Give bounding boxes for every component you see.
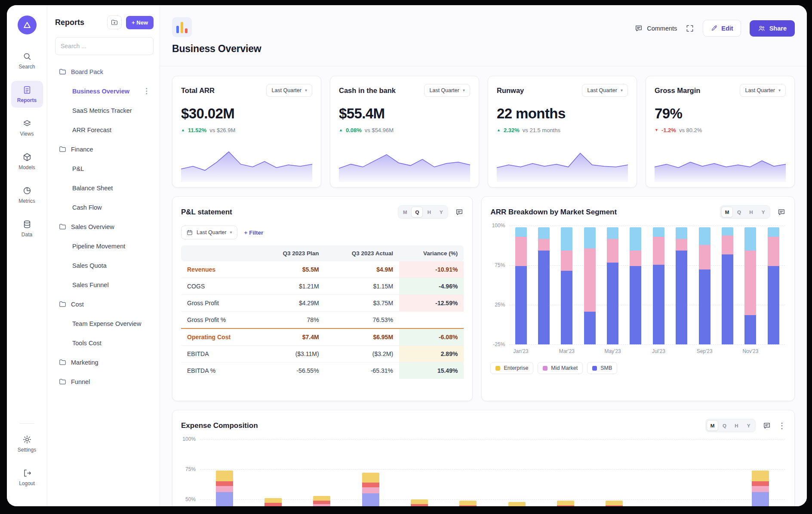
bar-segment-enterprise bbox=[630, 227, 641, 251]
stacked-bar-sep-23[interactable] bbox=[606, 501, 623, 506]
bar-segment-enterprise bbox=[538, 227, 550, 239]
sidebar-item-sales-funnel[interactable]: Sales Funnel bbox=[55, 275, 154, 294]
bar-segment-smb bbox=[538, 251, 550, 344]
expand-button[interactable] bbox=[686, 24, 694, 33]
stacked-bar-aug-23[interactable] bbox=[557, 501, 574, 506]
stacked-bar-jan-23[interactable] bbox=[216, 471, 233, 506]
card-comment-button[interactable] bbox=[763, 421, 771, 430]
granularity-h-button[interactable]: H bbox=[745, 207, 757, 217]
stacked-bar-jul-23[interactable] bbox=[653, 227, 664, 344]
stacked-bar-jun-23[interactable] bbox=[630, 227, 641, 344]
filter-button[interactable]: + Filter bbox=[244, 229, 264, 236]
stacked-bar-jul-23[interactable] bbox=[508, 502, 526, 506]
stacked-bar-mar-23[interactable] bbox=[313, 496, 330, 506]
bar-segment-series-1 bbox=[216, 492, 233, 506]
nav-settings[interactable]: Settings bbox=[11, 430, 43, 457]
app-logo[interactable] bbox=[18, 15, 37, 34]
card-comment-button[interactable] bbox=[777, 208, 786, 217]
legend-mid-market[interactable]: Mid Market bbox=[538, 362, 583, 374]
stacked-bar-feb-23[interactable] bbox=[538, 227, 550, 344]
pnl-period-dropdown[interactable]: Last Quarter ▾ bbox=[181, 226, 237, 239]
kpi-period-dropdown[interactable]: Last Quarter▾ bbox=[424, 84, 470, 97]
add-folder-button[interactable] bbox=[107, 15, 122, 29]
granularity-y-button[interactable]: Y bbox=[757, 207, 769, 217]
granularity-m-button[interactable]: M bbox=[721, 207, 733, 217]
sidebar-item-saas-metrics-tracker[interactable]: SaaS Metrics Tracker bbox=[55, 101, 154, 120]
granularity-q-button[interactable]: Q bbox=[411, 207, 423, 217]
stacked-bar-dec-23[interactable] bbox=[752, 471, 769, 506]
pnl-column-header bbox=[181, 245, 258, 261]
x-axis-label bbox=[762, 348, 785, 354]
nav-logout[interactable]: Logout bbox=[11, 464, 43, 491]
more-vertical-icon[interactable]: ⋮ bbox=[143, 87, 150, 95]
sidebar-item-business-overview[interactable]: Business Overview⋮ bbox=[55, 81, 154, 101]
comment-icon bbox=[634, 24, 643, 33]
granularity-h-button[interactable]: H bbox=[731, 420, 742, 431]
sidebar-item-balance-sheet[interactable]: Balance Sheet bbox=[55, 178, 154, 198]
granularity-q-button[interactable]: Q bbox=[733, 207, 745, 217]
stacked-bar-mar-23[interactable] bbox=[561, 227, 572, 344]
sidebar-item-cash-flow[interactable]: Cash Flow bbox=[55, 198, 154, 217]
nav-reports[interactable]: Reports bbox=[11, 81, 43, 108]
granularity-q-button[interactable]: Q bbox=[719, 420, 730, 431]
stacked-bar-feb-23[interactable] bbox=[265, 498, 282, 506]
sidebar-folder-funnel[interactable]: Funnel bbox=[55, 372, 154, 391]
stacked-bar-may-23[interactable] bbox=[411, 499, 428, 506]
stacked-bar-jan-23[interactable] bbox=[515, 227, 527, 344]
stacked-bar-dec-23[interactable] bbox=[768, 227, 779, 344]
share-button[interactable]: Share bbox=[750, 20, 795, 37]
stacked-bar-sep-23[interactable] bbox=[699, 227, 710, 344]
kpi-delta-value: 0.08% bbox=[346, 127, 362, 133]
sidebar-item-team-expense-overview[interactable]: Team Expense Overview bbox=[55, 314, 154, 333]
tree-label: Sales Funnel bbox=[72, 282, 109, 288]
kpi-period-dropdown[interactable]: Last Quarter▾ bbox=[582, 84, 628, 97]
stacked-bar-apr-23[interactable] bbox=[362, 473, 379, 506]
nav-search[interactable]: Search bbox=[11, 47, 43, 74]
sidebar-folder-marketing[interactable]: Marketing bbox=[55, 353, 154, 372]
bar-segment-smb bbox=[722, 254, 733, 344]
stacked-bar-oct-23[interactable] bbox=[722, 227, 733, 344]
granularity-y-button[interactable]: Y bbox=[435, 207, 447, 217]
nav-models[interactable]: Models bbox=[11, 148, 43, 175]
sidebar-folder-board-pack[interactable]: Board Pack bbox=[55, 62, 154, 81]
card-more-button[interactable]: ⋮ bbox=[778, 422, 786, 430]
stacked-bar-aug-23[interactable] bbox=[676, 227, 687, 344]
stacked-bar-may-23[interactable] bbox=[607, 227, 618, 344]
kpi-period-dropdown[interactable]: Last Quarter▾ bbox=[266, 84, 312, 97]
legend-swatch bbox=[543, 366, 547, 371]
kpi-card-cash-in-the-bank: Cash in the bankLast Quarter▾$55.4M▲0.08… bbox=[330, 76, 479, 188]
nav-label: Search bbox=[18, 64, 35, 70]
granularity-y-button[interactable]: Y bbox=[743, 420, 754, 431]
nav-metrics[interactable]: Metrics bbox=[11, 182, 43, 208]
legend-smb[interactable]: SMB bbox=[587, 362, 617, 374]
kpi-title: Runway bbox=[497, 87, 524, 95]
pnl-actual-value: 76.53% bbox=[325, 312, 399, 329]
kpi-period-dropdown[interactable]: Last Quarter▾ bbox=[740, 84, 786, 97]
sidebar-item-tools-cost[interactable]: Tools Cost bbox=[55, 333, 154, 353]
sidebar-search-input[interactable] bbox=[55, 37, 154, 55]
sidebar-folder-sales-overview[interactable]: Sales Overview bbox=[55, 217, 154, 236]
card-comment-button[interactable] bbox=[455, 208, 464, 217]
stacked-bar-jun-23[interactable] bbox=[459, 501, 477, 506]
sidebar-folder-finance[interactable]: Finance bbox=[55, 139, 154, 159]
sidebar-folder-cost[interactable]: Cost bbox=[55, 294, 154, 314]
stacked-bar-nov-23[interactable] bbox=[744, 227, 756, 344]
new-report-button[interactable]: + New bbox=[126, 16, 154, 29]
sidebar-item-arr-forecast[interactable]: ARR Forecast bbox=[55, 120, 154, 139]
x-axis-label: May'23 bbox=[601, 348, 624, 354]
sidebar-item-pipeline-movement[interactable]: Pipeline Movement bbox=[55, 236, 154, 256]
sidebar-title: Reports bbox=[55, 18, 107, 27]
sidebar-item-sales-quota[interactable]: Sales Quota bbox=[55, 256, 154, 275]
nav-data[interactable]: Data bbox=[11, 215, 43, 242]
granularity-h-button[interactable]: H bbox=[423, 207, 435, 217]
granularity-m-button[interactable]: M bbox=[707, 420, 718, 431]
comments-button[interactable]: Comments bbox=[634, 24, 677, 33]
granularity-m-button[interactable]: M bbox=[399, 207, 411, 217]
edit-button[interactable]: Edit bbox=[703, 20, 741, 37]
kpi-compare-value: vs $54.96M bbox=[365, 127, 394, 133]
nav-views[interactable]: Views bbox=[11, 115, 43, 141]
legend-enterprise[interactable]: Enterprise bbox=[490, 362, 533, 374]
tree-label: Marketing bbox=[71, 359, 98, 366]
stacked-bar-apr-23[interactable] bbox=[584, 227, 596, 344]
sidebar-item-p-l[interactable]: P&L bbox=[55, 159, 154, 178]
